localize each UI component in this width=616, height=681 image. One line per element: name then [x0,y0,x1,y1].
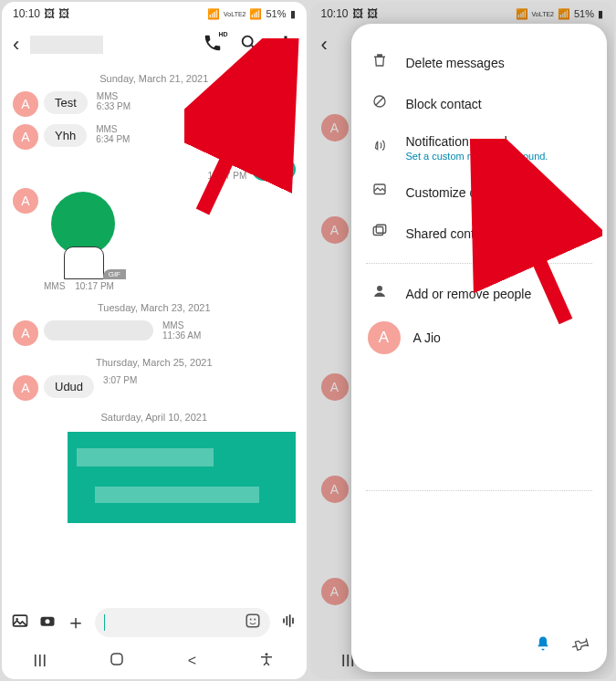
divider [366,263,593,264]
svg-point-24 [377,286,382,291]
message-bubble[interactable]: Yhh [44,124,87,147]
menu-label: Notification sound [406,134,548,149]
svg-rect-23 [376,225,386,233]
camera-button[interactable] [38,612,57,634]
gif-image[interactable]: GIF [44,188,126,279]
avatar[interactable]: A [13,124,38,150]
shared-icon [370,223,390,244]
status-icon: 🖾 [44,7,55,20]
menu-shared-content[interactable]: Shared content 1 [351,213,608,254]
nav-back[interactable]: < [188,653,196,669]
divider [366,490,593,491]
menu-person-row[interactable]: A A Jio [351,314,608,361]
svg-rect-13 [111,654,122,665]
voice-button[interactable] [279,612,298,634]
menu-label: Block contact [406,97,482,111]
signal-bars-icon: 📶 [249,8,262,20]
chat-options-menu: Delete messages Block contact Notificati… [351,24,608,672]
date-separator: Tuesday, March 23, 2021 [13,302,296,313]
message-row: A Yhh MMS 6:34 PM [13,124,296,150]
svg-point-0 [242,36,252,46]
volte-label: VoLTE2 [224,11,245,17]
shared-count: 1 [577,226,589,240]
date-separator: Thursday, March 25, 2021 [13,357,296,368]
nav-home[interactable] [109,651,125,672]
svg-point-5 [46,619,50,623]
trash-icon [370,52,390,73]
message-row: A GIF MMS 10:17 PM [13,188,296,291]
chat-body: Sunday, March 21, 2021 A Test MMS 6:33 P… [2,68,307,602]
gif-badge: GIF [103,269,126,279]
message-row: A MMS 11:36 AM [13,320,296,346]
menu-label: Delete messages [406,56,505,70]
message-input[interactable] [95,608,270,637]
avatar[interactable]: A [13,188,38,214]
search-button[interactable] [239,33,259,58]
menu-add-remove-people[interactable]: Add or remove people [351,273,608,314]
status-time: 10:10 [13,7,40,20]
message-row: A Udud 3:07 PM [13,375,296,401]
menu-footer [351,629,608,665]
person-name: A Jio [413,330,441,345]
message-meta: MMS 10:17 PM [208,157,247,181]
menu-notification-sound[interactable]: Notification sound Set a custom notifica… [351,124,608,172]
sound-icon [370,138,390,159]
battery-icon: ▮ [290,8,296,20]
screen-messages: 10:10 🖾 🖾 📶 VoLTE2 📶 51% ▮ ‹ HD [2,2,307,679]
back-button[interactable]: ‹ [9,31,23,58]
person-icon [370,283,390,304]
text-cursor [104,614,105,631]
bell-button[interactable] [534,634,552,657]
svg-point-8 [254,619,256,621]
date-separator: Saturday, April 10, 2021 [13,412,296,423]
date-separator: Sunday, March 21, 2021 [13,73,296,84]
message-meta: MMS 6:34 PM [96,124,130,144]
svg-line-1 [251,45,256,49]
status-bar: 10:10 🖾 🖾 📶 VoLTE2 📶 51% ▮ [2,2,307,22]
message-bubble[interactable]: Udud [44,375,94,398]
screen-menu: 10:10 🖾 🖾 📶 VoLTE2 📶 51% ▮ ‹ A A A [310,2,615,679]
chat-header: ‹ HD ⋮ [2,22,307,68]
customize-icon [370,182,390,203]
sticker-button[interactable] [245,613,261,633]
menu-label: Customize chat room [406,185,527,200]
message-meta: 3:07 PM [103,375,137,385]
block-icon [370,93,390,114]
svg-line-20 [375,98,383,106]
add-button[interactable]: ＋ [66,609,86,636]
nav-bar: III < [2,643,307,679]
image-message[interactable] [68,432,296,523]
menu-customize-chat[interactable]: Customize chat room [351,172,608,213]
menu-label: Shared content [406,226,493,241]
status-icon: 🖾 [58,7,69,20]
message-meta: MMS 6:33 PM [97,91,131,111]
battery-pct: 51% [266,8,286,19]
svg-rect-6 [246,614,259,627]
message-bubble[interactable] [44,320,153,340]
message-meta: MMS 10:17 PM [44,281,126,291]
menu-label: Add or remove people [406,287,532,301]
message-bubble[interactable]: Test [44,91,88,114]
avatar[interactable]: A [13,375,38,401]
gallery-button[interactable] [11,612,29,634]
more-button[interactable]: ⋮ [276,33,296,57]
svg-rect-22 [373,227,383,236]
avatar[interactable]: A [13,320,38,346]
menu-delete-messages[interactable]: Delete messages [351,42,608,83]
avatar[interactable]: A [13,91,38,117]
message-meta: MMS 11:36 AM [162,320,201,340]
message-row: A Test MMS 6:33 PM [13,91,296,117]
menu-block-contact[interactable]: Block contact [351,83,608,124]
nav-recent[interactable]: III [33,652,47,671]
call-button[interactable]: HD [203,33,223,58]
message-bubble-out[interactable]: Hey [252,158,295,181]
signal-icon: 📶 [207,8,220,20]
pin-button[interactable] [572,634,590,657]
avatar: A [368,321,401,354]
input-bar: ＋ [2,602,307,643]
svg-point-14 [266,653,268,655]
message-row-outgoing: MMS 10:17 PM Hey [13,157,296,181]
contact-name[interactable] [30,36,103,54]
menu-sublabel: Set a custom notification sound. [406,151,548,162]
nav-accessibility[interactable] [258,651,275,672]
